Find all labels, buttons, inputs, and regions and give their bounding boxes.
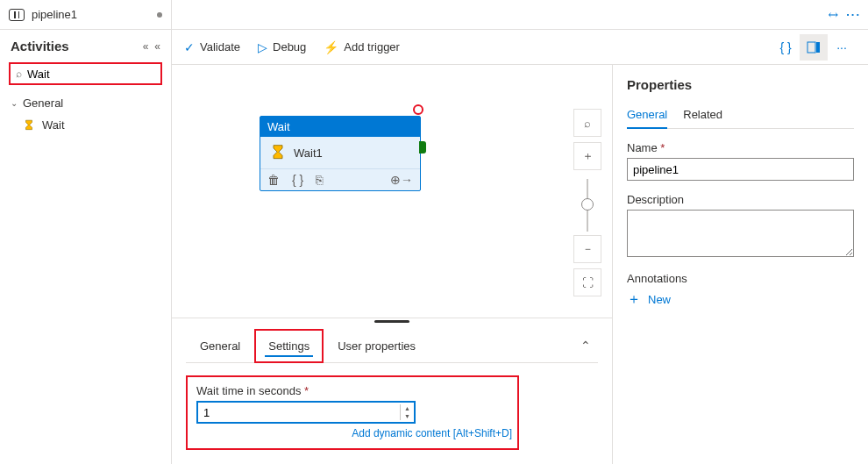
activities-search[interactable]: ⌕ [9, 62, 162, 85]
activity-item-wait[interactable]: Wait ⋮⋮ [0, 114, 171, 136]
search-icon: ⌕ [11, 68, 27, 80]
properties-tab-related[interactable]: Related [683, 103, 722, 128]
pipeline-canvas[interactable]: Wait Wait1 🗑 { } ⎘ ⊕→ [172, 65, 612, 318]
lightning-icon: ⚡ [324, 40, 338, 54]
collapse-all-icon[interactable]: « [143, 40, 146, 53]
wait-time-field[interactable] [198, 404, 400, 421]
activity-item-label: Wait [42, 118, 65, 132]
debug-label: Debug [273, 40, 306, 54]
expand-icon[interactable]: ⤢ [825, 6, 843, 24]
spin-up-icon: ▲ [401, 404, 414, 412]
delete-icon[interactable]: 🗑 [267, 173, 280, 187]
zoom-thumb[interactable] [581, 198, 594, 211]
category-general[interactable]: ⌄ General [0, 92, 171, 114]
unsaved-dot-icon [157, 12, 162, 18]
validate-button[interactable]: ✓ Validate [184, 40, 240, 54]
breakpoint-ring-icon[interactable] [413, 104, 423, 115]
add-dynamic-content-link[interactable]: Add dynamic content [Alt+Shift+D] [196, 427, 512, 439]
output-arrow-icon[interactable]: ⊕→ [390, 173, 413, 187]
toolbar-more-icon[interactable]: ··· [828, 34, 856, 61]
debug-button[interactable]: ▷ Debug [258, 40, 306, 54]
editor-topstrip: ⤢ ··· [172, 0, 868, 30]
pipeline-name-input[interactable] [627, 158, 854, 181]
add-annotation-button[interactable]: ＋ New [627, 290, 854, 309]
zoom-out-button[interactable]: － [573, 235, 601, 263]
activity-node-wait[interactable]: Wait Wait1 🗑 { } ⎘ ⊕→ [260, 116, 421, 191]
properties-tab-general[interactable]: General [627, 103, 667, 128]
play-icon: ▷ [258, 40, 267, 54]
zoom-slider[interactable] [587, 179, 588, 232]
activity-settings-panel: General Settings User properties ⌃ Wait … [172, 318, 612, 464]
canvas-search-icon[interactable]: ⌕ [573, 109, 601, 137]
panel-resize-handle[interactable] [374, 320, 409, 323]
hide-sidebar-icon[interactable]: « [154, 40, 160, 53]
validate-label: Validate [200, 40, 240, 54]
code-view-icon[interactable]: { } [772, 34, 800, 61]
add-trigger-label: Add trigger [344, 40, 400, 54]
hourglass-icon [269, 144, 287, 161]
name-label: Name * [627, 141, 854, 154]
canvas-zoom-controls: ⌕ ＋ － ⛶ [573, 109, 601, 302]
zoom-in-button[interactable]: ＋ [573, 142, 601, 170]
pipeline-toolbar: ✓ Validate ▷ Debug ⚡ Add trigger { } ··· [172, 30, 868, 65]
node-name: Wait1 [294, 146, 323, 160]
chevron-down-icon: ⌄ [11, 98, 18, 108]
properties-toggle-icon[interactable] [800, 34, 828, 61]
pipeline-icon [9, 9, 25, 21]
spin-down-icon: ▼ [401, 412, 414, 420]
wait-time-label: Wait time in seconds * [196, 384, 509, 397]
number-spinner[interactable]: ▲▼ [400, 404, 414, 420]
tab-general[interactable]: General [186, 329, 254, 363]
description-label: Description [627, 193, 854, 206]
check-icon: ✓ [184, 40, 195, 54]
activities-search-input[interactable] [27, 66, 174, 82]
success-connector[interactable] [419, 141, 426, 153]
editor-tab-label: pipeline1 [32, 8, 77, 21]
activities-title: Activities [11, 39, 69, 54]
node-type-label: Wait [260, 117, 420, 137]
svg-rect-0 [808, 42, 815, 53]
clone-icon[interactable]: ⎘ [316, 173, 323, 187]
add-trigger-button[interactable]: ⚡ Add trigger [324, 40, 400, 54]
node-code-icon[interactable]: { } [292, 173, 303, 187]
editor-tab[interactable]: pipeline1 [0, 0, 171, 30]
tab-user-properties[interactable]: User properties [324, 329, 430, 363]
wait-time-input[interactable]: ▲▼ [196, 401, 416, 424]
category-label: General [23, 96, 63, 110]
hourglass-icon [23, 119, 35, 132]
add-annotation-label: New [648, 293, 671, 306]
annotations-label: Annotations [627, 272, 854, 285]
collapse-panel-icon[interactable]: ⌃ [573, 332, 598, 360]
tab-settings[interactable]: Settings [254, 329, 324, 363]
svg-rect-1 [816, 42, 820, 53]
pipeline-description-input[interactable] [627, 210, 854, 257]
plus-icon: ＋ [627, 290, 641, 309]
more-menu-icon[interactable]: ··· [846, 8, 861, 21]
properties-pane: Properties General Related Name * Descri… [612, 65, 868, 464]
properties-title: Properties [627, 77, 854, 92]
activities-sidebar: pipeline1 Activities « « ⌕ ⌄ General Wai… [0, 0, 172, 464]
fit-screen-icon[interactable]: ⛶ [573, 268, 601, 296]
